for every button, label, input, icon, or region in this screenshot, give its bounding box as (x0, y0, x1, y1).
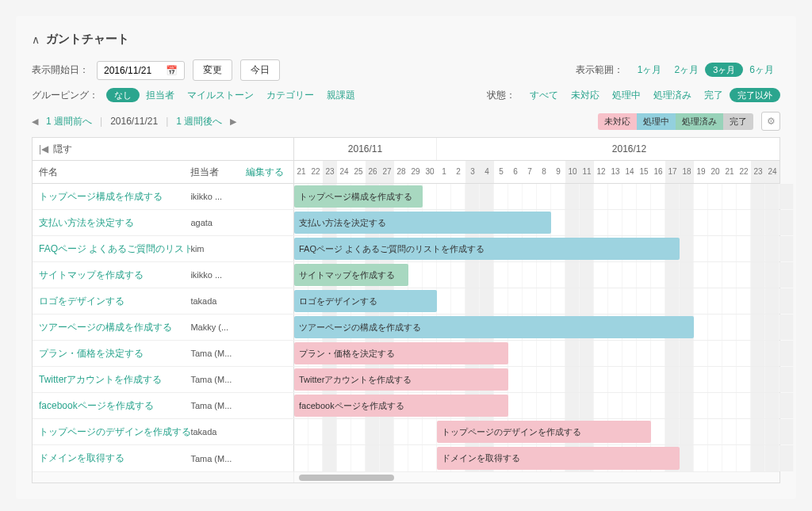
status-option[interactable]: 完了 (698, 86, 730, 104)
status-option[interactable]: 処理中 (606, 86, 647, 104)
gantt-chart: |◀ 隠す 2016/112016/12 件名 担当者 編集する 2122232… (32, 137, 780, 483)
task-assignee: takada (190, 288, 246, 314)
gear-icon[interactable]: ⚙ (761, 112, 780, 131)
status-label: 状態： (487, 89, 515, 102)
hide-link[interactable]: 隠す (53, 143, 72, 156)
range-option[interactable]: 6ヶ月 (743, 61, 780, 78)
status-option[interactable]: 未対応 (565, 86, 606, 104)
day-header: 23 (751, 161, 765, 183)
task-name-link[interactable]: 支払い方法を決定する (33, 210, 190, 235)
task-name-link[interactable]: ロゴをデザインする (33, 288, 190, 314)
gantt-bar[interactable]: Twitterアカウントを作成する (294, 368, 508, 391)
task-assignee: takada (190, 419, 246, 444)
task-name-link[interactable]: トップページ構成を作成する (33, 184, 190, 209)
today-button[interactable]: 今日 (240, 59, 280, 81)
day-header: 2 (451, 161, 465, 183)
task-name-link[interactable]: プラン・価格を決定する (33, 341, 190, 366)
chevron-right-icon[interactable]: ▶ (230, 116, 236, 127)
task-row: FAQページ よくあるご質問のリスト...kimFAQページ よくあるご質問のリ… (33, 236, 779, 262)
start-date-input[interactable]: 📅 (97, 61, 185, 80)
next-week-link[interactable]: 1 週間後へ (176, 115, 222, 128)
chevron-left-icon[interactable]: ◀ (32, 116, 38, 127)
day-header: 25 (351, 161, 366, 183)
column-header-edit[interactable]: 編集する (246, 166, 293, 179)
page-title: ガントチャート (46, 32, 129, 47)
gantt-bar[interactable]: サイトマップを作成する (294, 264, 408, 286)
grouping-option[interactable]: なし (106, 88, 140, 102)
prev-week-link[interactable]: 1 週間前へ (46, 115, 92, 128)
task-name-link[interactable]: ツアーページの構成を作成する (33, 315, 190, 340)
grouping-option[interactable]: 担当者 (140, 86, 181, 104)
legend-blue: 処理中 (637, 113, 676, 130)
horizontal-scrollbar[interactable] (33, 471, 779, 482)
task-assignee: Tama (M... (190, 367, 246, 392)
task-row: トップページのデザインを作成するtakadaトップページのデザインを作成する (33, 419, 779, 445)
task-row: facebookページを作成するTama (M...facebookページを作成… (33, 393, 779, 419)
day-header: 14 (622, 161, 637, 183)
task-row: サイトマップを作成するikikko ...サイトマップを作成する (33, 262, 779, 288)
day-header: 12 (594, 161, 608, 183)
gantt-bar[interactable]: FAQページ よくあるご質問のリストを作成する (294, 238, 680, 260)
task-name-link[interactable]: ドメインを取得する (33, 445, 190, 471)
day-header: 18 (680, 161, 694, 183)
day-header: 20 (708, 161, 722, 183)
day-header: 16 (651, 161, 665, 183)
legend-pink: 未対応 (598, 113, 637, 130)
task-assignee: Tama (M... (190, 445, 246, 471)
task-name-link[interactable]: Twitterアカウントを作成する (33, 367, 190, 392)
day-header: 24 (337, 161, 351, 183)
change-button[interactable]: 変更 (193, 59, 232, 81)
gantt-bar[interactable]: facebookページを作成する (294, 395, 508, 417)
day-header: 6 (508, 161, 523, 183)
start-date-field[interactable] (104, 65, 161, 76)
range-option[interactable]: 2ヶ月 (668, 61, 706, 78)
range-option[interactable]: 1ヶ月 (631, 61, 668, 78)
range-option[interactable]: 3ヶ月 (705, 63, 743, 77)
status-option[interactable]: すべて (523, 86, 565, 104)
task-row: トップページ構成を作成するikikko ...トップページ構成を作成する (33, 184, 779, 210)
gantt-bar[interactable]: トップページ構成を作成する (294, 185, 423, 208)
gantt-bar[interactable]: トップページのデザインを作成する (437, 421, 651, 443)
grouping-option[interactable]: 親課題 (320, 86, 362, 104)
grouping-option[interactable]: カテゴリー (260, 86, 320, 104)
task-assignee: Tama (M... (190, 393, 246, 418)
task-name-link[interactable]: facebookページを作成する (33, 393, 190, 418)
calendar-icon[interactable]: 📅 (166, 65, 178, 76)
task-row: プラン・価格を決定するTama (M...プラン・価格を決定する (33, 341, 779, 367)
task-row: ドメインを取得するTama (M...ドメインを取得する (33, 445, 779, 471)
day-header: 15 (637, 161, 651, 183)
task-name-link[interactable]: サイトマップを作成する (33, 262, 190, 288)
day-header: 7 (523, 161, 537, 183)
day-header: 10 (565, 161, 580, 183)
day-header: 1 (437, 161, 451, 183)
task-row: Twitterアカウントを作成するTama (M...Twitterアカウントを… (33, 367, 779, 393)
gantt-bar[interactable]: ロゴをデザインする (294, 290, 437, 312)
gantt-bar[interactable]: プラン・価格を決定する (294, 342, 508, 364)
status-option[interactable]: 完了以外 (730, 88, 780, 102)
day-header: 28 (394, 161, 408, 183)
day-header: 8 (537, 161, 551, 183)
day-header: 23 (323, 161, 337, 183)
day-header: 26 (366, 161, 380, 183)
task-name-link[interactable]: FAQページ よくあるご質問のリスト... (33, 236, 190, 261)
gantt-bar[interactable]: ツアーページの構成を作成する (294, 316, 694, 338)
day-header: 22 (308, 161, 323, 183)
collapse-icon[interactable]: ∧ (32, 33, 40, 46)
day-header: 30 (423, 161, 437, 183)
column-header-name: 件名 (33, 166, 190, 179)
day-header: 29 (408, 161, 423, 183)
day-header: 4 (480, 161, 494, 183)
day-header: 11 (580, 161, 594, 183)
task-assignee: agata (190, 210, 246, 235)
task-name-link[interactable]: トップページのデザインを作成する (33, 419, 190, 444)
status-option[interactable]: 処理済み (647, 86, 698, 104)
task-row: ツアーページの構成を作成するMakky (...ツアーページの構成を作成する (33, 315, 779, 341)
day-header: 27 (380, 161, 394, 183)
collapse-left-icon[interactable]: |◀ (39, 143, 48, 154)
grouping-option[interactable]: マイルストーン (181, 86, 260, 104)
gantt-bar[interactable]: 支払い方法を決定する (294, 212, 551, 234)
month-header: 2016/12 (437, 138, 812, 160)
gantt-bar[interactable]: ドメインを取得する (437, 447, 680, 470)
start-date-label: 表示開始日： (32, 63, 89, 77)
task-row: ロゴをデザインするtakadaロゴをデザインする (33, 288, 779, 315)
